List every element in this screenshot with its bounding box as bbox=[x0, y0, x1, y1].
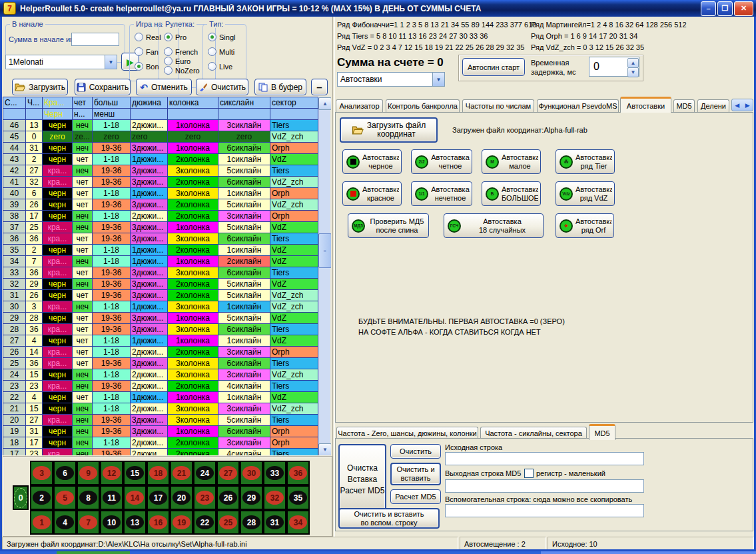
roulette-number-31[interactable]: 31 bbox=[263, 510, 286, 535]
close-button[interactable]: ✕ bbox=[734, 1, 753, 16]
scroll-down-icon[interactable]: ▼ bbox=[318, 443, 331, 455]
collapse-button[interactable]: – bbox=[311, 79, 328, 95]
tab-Делени[interactable]: Делени bbox=[697, 99, 729, 112]
to-buffer-button[interactable]: В буфер bbox=[254, 79, 306, 95]
tab-Контроль банкролла[interactable]: Контроль банкролла bbox=[386, 99, 460, 112]
roulette-number-8[interactable]: 8 bbox=[77, 485, 100, 510]
roulette-number-18[interactable]: 18 bbox=[147, 461, 170, 485]
md5-out-input[interactable] bbox=[445, 479, 644, 493]
roulette-number-36[interactable]: 36 bbox=[286, 461, 310, 485]
autospin-start-button[interactable]: Автоспин старт bbox=[462, 58, 525, 76]
roulette-number-6[interactable]: 6 bbox=[53, 461, 77, 485]
spin-up-icon[interactable]: ▲ bbox=[627, 58, 639, 68]
radio-Multi[interactable]: Multi bbox=[208, 47, 234, 56]
roulette-number-15[interactable]: 15 bbox=[123, 461, 147, 485]
table-row[interactable]: 3229черннеч19-363дюжи...2колонка5сиклайн… bbox=[3, 279, 318, 290]
radio-Live[interactable]: Live bbox=[208, 62, 232, 71]
table-row[interactable]: 303кра...неч1-181дюжи...3колонка1сиклайн… bbox=[3, 301, 318, 313]
table-row[interactable]: 432чернчет1-181дюжи...2колонка1сиклайнVd… bbox=[3, 154, 318, 165]
roulette-number-34[interactable]: 34 bbox=[286, 510, 310, 535]
roulette-number-16[interactable]: 16 bbox=[147, 510, 170, 535]
autostake-button-Автоставка-нечетное[interactable]: 1/1Автоставканечетное bbox=[411, 181, 472, 206]
roulette-number-25[interactable]: 25 bbox=[216, 510, 240, 535]
chevron-down-icon[interactable]: ▼ bbox=[432, 73, 444, 86]
roulette-number-2[interactable]: 2 bbox=[30, 485, 53, 510]
roulette-number-10[interactable]: 10 bbox=[100, 510, 123, 535]
radio-Euro[interactable]: Euro bbox=[164, 57, 190, 65]
radio-Bon[interactable]: Bon bbox=[135, 62, 159, 71]
mode-combobox[interactable]: Автоставки ▼ bbox=[337, 72, 445, 87]
clear-button[interactable]: Очистить bbox=[196, 79, 248, 95]
radio-Singl[interactable]: Singl bbox=[208, 33, 235, 41]
md5-source-input[interactable] bbox=[445, 452, 644, 465]
autostake-button-Автоставка-БОЛЬШОЕ[interactable]: БАвтоставкаБОЛЬШОЕ bbox=[482, 181, 541, 206]
autostake-button-Проверить МД5-после спина[interactable]: МД5Проверить МД5после спина bbox=[348, 213, 429, 238]
roulette-number-23[interactable]: 23 bbox=[193, 485, 216, 510]
roulette-number-17[interactable]: 17 bbox=[147, 485, 170, 510]
minimize-button[interactable]: – bbox=[701, 1, 716, 16]
tab-scroll-buttons[interactable]: ◀ ▶ bbox=[731, 99, 753, 111]
table-row[interactable]: 2415черннеч1-182дюжи...3колонка3сиклайнV… bbox=[3, 369, 318, 381]
roulette-zero[interactable]: 0 bbox=[13, 485, 29, 510]
table-row[interactable]: 4227кра...неч19-363дюжи...3колонка5сикла… bbox=[3, 165, 318, 177]
table-row[interactable]: 347кра...неч1-181дюжи...1колонка2сиклайн… bbox=[3, 256, 318, 267]
roulette-number-35[interactable]: 35 bbox=[286, 485, 310, 510]
radio-Fan[interactable]: Fan bbox=[135, 47, 159, 56]
autostake-button-Автоставка-четное[interactable]: 2/2Автоставкачетное bbox=[411, 149, 472, 174]
table-row[interactable]: 3126чернчет19-363дюжи...2колонка5сиклайн… bbox=[3, 290, 318, 301]
roulette-number-13[interactable]: 13 bbox=[123, 510, 147, 535]
md5-clear-paste-aux-button[interactable]: Очистить и вставитьво вспом. строку bbox=[338, 508, 440, 529]
md5-calc-button[interactable]: Расчет MD5 bbox=[390, 489, 441, 504]
roulette-number-4[interactable]: 4 bbox=[53, 510, 77, 535]
table-row[interactable]: 4132кра...чет19-363дюжи...2колонка6сикла… bbox=[3, 177, 318, 188]
tab-MD5[interactable]: MD5 bbox=[589, 424, 615, 440]
table-row[interactable]: 2836кра...чет19-363дюжи...3колонка6сикла… bbox=[3, 324, 318, 335]
table-row[interactable]: 3636кра...чет19-363дюжи...3колонка6сикла… bbox=[3, 233, 318, 245]
load-button[interactable]: Загрузить bbox=[12, 79, 68, 95]
roulette-number-5[interactable]: 5 bbox=[53, 485, 77, 510]
roulette-number-9[interactable]: 9 bbox=[77, 461, 100, 485]
radio-French[interactable]: French bbox=[164, 47, 198, 56]
table-row[interactable]: 3817черннеч1-182дюжи...2колонка3сиклайнO… bbox=[3, 211, 318, 222]
table-row[interactable]: 4613черннеч1-182дюжи...1колонка3сиклайнT… bbox=[3, 120, 318, 131]
start-sum-input[interactable] bbox=[71, 33, 119, 46]
roulette-number-14[interactable]: 14 bbox=[123, 485, 147, 510]
autostake-button-Автоставка-черное[interactable]: Автоставкачерное bbox=[342, 149, 402, 174]
roulette-number-33[interactable]: 33 bbox=[263, 461, 286, 485]
roulette-number-22[interactable]: 22 bbox=[193, 510, 216, 535]
autostake-button-Автоставка-ряд VdZ[interactable]: VdzАвтоставкаряд VdZ bbox=[556, 181, 615, 206]
md5-aux-input[interactable] bbox=[445, 504, 644, 517]
table-row[interactable]: 3926чернчет19-363дюжи...2колонка5сиклайн… bbox=[3, 199, 318, 211]
table-row[interactable]: 352чернчет1-181дюжи...2колонка1сиклайнVd… bbox=[3, 245, 318, 256]
tab-Частоты по числам[interactable]: Частоты по числам bbox=[462, 99, 534, 112]
radio-Real[interactable]: Real bbox=[135, 33, 161, 41]
tab-Автоставки[interactable]: Автоставки bbox=[620, 97, 671, 113]
tab-Функционал PsevdoMS[interactable]: Функционал PsevdoMS bbox=[537, 99, 619, 112]
table-row[interactable]: 224чернчет1-181дюжи...1колонка1сиклайнVd… bbox=[3, 392, 318, 403]
roulette-number-19[interactable]: 19 bbox=[170, 510, 193, 535]
table-row[interactable]: 1723кра...неч19-362дюжи...2колонка4сикла… bbox=[3, 449, 318, 456]
autostake-button-Автоставка-18 случайных[interactable]: ГСЧАвтоставка18 случайных bbox=[444, 213, 544, 238]
table-row[interactable]: 2115черннеч1-182дюжи...3колонка3сиклайнV… bbox=[3, 403, 318, 415]
md5-clear-and-paste-button[interactable]: Очистить ивставить bbox=[390, 463, 441, 485]
roulette-number-3[interactable]: 3 bbox=[30, 461, 53, 485]
maximize-button[interactable]: ❐ bbox=[717, 1, 733, 16]
roulette-number-21[interactable]: 21 bbox=[170, 461, 193, 485]
undo-button[interactable]: ↶ Отменить bbox=[136, 79, 192, 95]
tab-Анализатор[interactable]: Анализатор bbox=[336, 99, 383, 112]
roulette-number-1[interactable]: 1 bbox=[30, 510, 53, 535]
table-row[interactable]: 3725кра...неч19-363дюжи...1колонка5сикла… bbox=[3, 222, 318, 233]
roulette-number-12[interactable]: 12 bbox=[100, 461, 123, 485]
chevron-down-icon[interactable]: ▼ bbox=[105, 55, 117, 69]
roulette-number-24[interactable]: 24 bbox=[193, 461, 216, 485]
save-button[interactable]: Сохранить bbox=[75, 79, 131, 95]
roulette-number-29[interactable]: 29 bbox=[240, 485, 263, 510]
table-row[interactable]: 2536кра...чет19-363дюжи...3колонка6сикла… bbox=[3, 358, 318, 369]
roulette-number-11[interactable]: 11 bbox=[100, 485, 123, 510]
autostake-button-Автоставка-красное[interactable]: Автоставкакрасное bbox=[342, 181, 402, 206]
table-scrollbar[interactable]: ▲ ≡ ▼ bbox=[318, 97, 330, 455]
radio-NoZero[interactable]: NoZero bbox=[164, 66, 200, 75]
roulette-number-26[interactable]: 26 bbox=[216, 485, 240, 510]
autostake-button-Автоставка-ряд Tier[interactable]: ⁂Автоставкаряд Tier bbox=[556, 149, 615, 174]
md5-clear-button[interactable]: Очистить bbox=[390, 444, 441, 459]
